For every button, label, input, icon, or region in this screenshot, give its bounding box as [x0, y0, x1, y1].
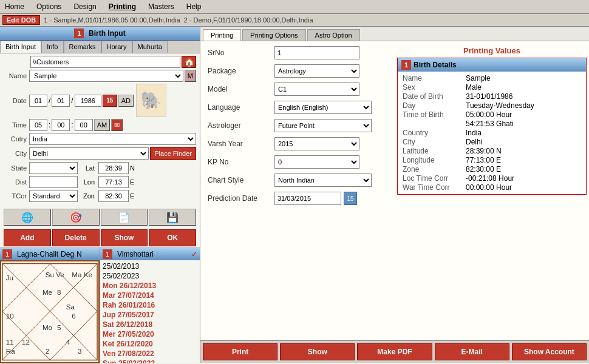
- show-button[interactable]: Show: [101, 229, 148, 246]
- svg-text:4: 4: [66, 338, 70, 346]
- prediction-date-row: Prediction Date 15: [208, 192, 387, 205]
- dist-label: Dist: [4, 178, 29, 186]
- print-button[interactable]: Print: [203, 343, 277, 360]
- time-min-input[interactable]: [52, 119, 70, 131]
- folder-nav-button[interactable]: 🏠: [182, 56, 196, 68]
- lat-direction: N: [130, 164, 141, 172]
- name-select[interactable]: Sample: [29, 70, 183, 82]
- bd-name-key: Name: [403, 74, 463, 83]
- prediction-date-inputs: 15: [274, 192, 357, 205]
- tab-horary[interactable]: Horary: [101, 41, 132, 53]
- birth-form: 🏠 Name Sample M Date / / 15: [0, 53, 200, 206]
- menu-design[interactable]: Design: [71, 1, 98, 12]
- edit-dob-button[interactable]: Edit DOB: [2, 15, 40, 25]
- menu-printing[interactable]: Printing: [106, 1, 138, 12]
- add-button[interactable]: Add: [4, 229, 51, 246]
- prediction-date-picker-button[interactable]: 15: [344, 192, 357, 205]
- kp-no-select[interactable]: 0: [274, 155, 359, 169]
- bd-lon-key: Longitude: [403, 156, 463, 164]
- folder-input[interactable]: [30, 56, 180, 68]
- right-content-area: SrNo Package Astrology Model C1: [200, 41, 589, 340]
- lagna-chart-panel: 1 Lagna-Chalit Deg N: [0, 248, 100, 363]
- ad-bc-button[interactable]: AD: [118, 95, 134, 107]
- save-icon-button[interactable]: 💾: [149, 209, 196, 226]
- language-select[interactable]: English (English): [274, 101, 372, 114]
- lagna-n-label: N: [77, 250, 82, 258]
- tab-birth-input[interactable]: Birth Input: [0, 41, 41, 53]
- menu-help[interactable]: Help: [184, 1, 204, 12]
- menu-options[interactable]: Options: [34, 1, 64, 12]
- svg-text:Ma Ke: Ma Ke: [72, 271, 92, 278]
- tab-info[interactable]: Info: [41, 41, 63, 53]
- dist-input[interactable]: [29, 176, 78, 188]
- folder-row: 🏠: [4, 56, 196, 68]
- ok-button[interactable]: OK: [149, 229, 196, 246]
- time-extra-button[interactable]: ✉: [111, 119, 123, 131]
- date-row: Date / / 15 AD 🐘: [4, 84, 196, 117]
- target-icon-button[interactable]: 🎯: [52, 209, 100, 226]
- make-pdf-button[interactable]: Make PDF: [357, 343, 432, 360]
- lon-value-input[interactable]: [98, 176, 129, 188]
- ptab-astro[interactable]: Astro Option: [307, 29, 360, 41]
- zon-value-input[interactable]: [98, 190, 129, 202]
- main-layout: 1 Birth Input Birth Input Info Remarks H…: [0, 27, 589, 363]
- date-year-input[interactable]: [75, 95, 101, 107]
- vimshottari-title: Vimshottari: [117, 250, 154, 258]
- bd-ltc-val: -00:21:08 Hour: [466, 174, 581, 183]
- vi-row-5: Jup 27/05/2017: [103, 310, 197, 320]
- chart-style-select[interactable]: North Indian: [274, 174, 372, 187]
- place-finder-button[interactable]: Place Finder: [150, 147, 196, 160]
- name-label: Name: [4, 72, 29, 79]
- time-sec-input[interactable]: [75, 119, 93, 131]
- email-button[interactable]: E-Mail: [435, 343, 509, 360]
- vimshottari-panel-num: 1: [103, 249, 112, 259]
- ptab-options[interactable]: Printing Options: [242, 29, 305, 41]
- zon-inputs: Zon E: [80, 190, 141, 202]
- bd-city-val: Delhi: [466, 138, 581, 146]
- left-panel: 1 Birth Input Birth Input Info Remarks H…: [0, 27, 200, 363]
- svg-text:5: 5: [57, 323, 61, 331]
- printing-values-title: Printing Values: [397, 44, 587, 58]
- date-day-input[interactable]: [29, 95, 47, 107]
- prediction-date-input[interactable]: [274, 192, 341, 205]
- country-select[interactable]: India: [29, 133, 196, 145]
- bd-wtc-val: 00:00:00 Hour: [466, 183, 581, 192]
- tcor-select[interactable]: Standard: [29, 190, 78, 202]
- ptab-printing[interactable]: Printing: [203, 29, 241, 41]
- menu-masters[interactable]: Masters: [146, 1, 177, 12]
- varsh-year-select[interactable]: 2015: [274, 137, 359, 150]
- show-main-button[interactable]: Show: [280, 343, 355, 360]
- date-month-input[interactable]: [52, 95, 70, 107]
- state-label: State: [4, 164, 29, 172]
- city-select[interactable]: Delhi: [29, 147, 149, 160]
- toolbar-record1: 1 - Sample,M,01/01/1986,05:00:00,Delhi,I…: [44, 16, 180, 24]
- lat-value-input[interactable]: [98, 162, 129, 174]
- bd-wtc-key: War Time Corr: [403, 183, 463, 192]
- show-account-button[interactable]: Show Account: [512, 343, 587, 360]
- name-row: Name Sample M: [4, 70, 196, 82]
- model-select[interactable]: C1: [274, 83, 359, 96]
- lagna-panel-num: 1: [2, 249, 12, 259]
- ampm-button[interactable]: AM: [94, 119, 111, 131]
- astrologer-select[interactable]: Future Point: [274, 119, 372, 132]
- package-label: Package: [208, 67, 274, 75]
- tab-remarks[interactable]: Remarks: [64, 41, 101, 53]
- bd-name-val: Sample: [466, 74, 581, 83]
- package-select[interactable]: Astrology: [274, 64, 359, 78]
- srno-label: SrNo: [208, 49, 274, 57]
- birth-input-tabs: Birth Input Info Remarks Horary Muhurta: [0, 41, 200, 53]
- time-hour-input[interactable]: [29, 119, 47, 131]
- document-icon-button[interactable]: 📄: [101, 209, 148, 226]
- tab-muhurta[interactable]: Muhurta: [132, 41, 168, 53]
- state-select[interactable]: [29, 162, 78, 174]
- vimshottari-check: ✓: [191, 250, 197, 258]
- srno-input[interactable]: [274, 46, 359, 59]
- printing-tabs: Printing Printing Options Astro Option: [200, 27, 589, 41]
- language-label: Language: [208, 103, 274, 112]
- delete-button[interactable]: Delete: [52, 229, 100, 246]
- globe-icon-button[interactable]: 🌐: [4, 209, 51, 226]
- gender-button[interactable]: M: [185, 70, 196, 82]
- menu-home[interactable]: Home: [2, 1, 27, 12]
- zon-direction: E: [130, 192, 141, 200]
- date-picker-button[interactable]: 15: [103, 95, 117, 107]
